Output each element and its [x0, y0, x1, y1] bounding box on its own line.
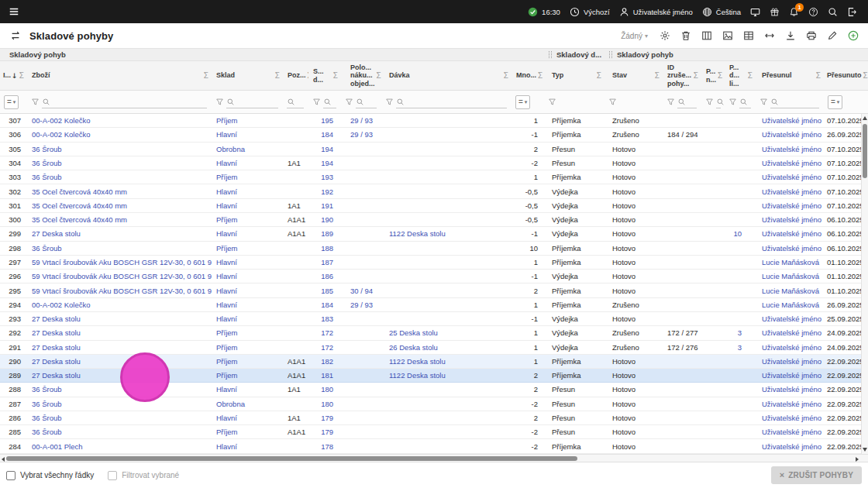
cell[interactable]: 172 [308, 341, 341, 354]
cell[interactable]: Uživatelské jméno [756, 242, 824, 255]
cell[interactable]: 186 [308, 270, 341, 283]
filter-funnel-icon[interactable] [548, 98, 556, 106]
sum-icon[interactable]: Σ [375, 71, 381, 80]
sum-icon[interactable]: Σ [595, 71, 601, 80]
settings-icon[interactable] [660, 30, 670, 41]
table-row[interactable]: 29127 Deska stoluPříjem17226 Deska stolu… [0, 341, 868, 355]
cell[interactable]: Lucie Maňásková [756, 298, 824, 311]
cell[interactable]: Uživatelské jméno [756, 312, 824, 325]
column-header[interactable]: P... d... li...Σ [725, 61, 756, 90]
column-chooser-icon[interactable] [701, 30, 712, 41]
table-row[interactable]: 30700-A-002 KolečkoPříjem19529 / 931Příj… [0, 114, 868, 128]
sum-icon[interactable]: Σ [716, 71, 722, 80]
vertical-scrollbar[interactable] [861, 114, 868, 454]
grid-view-icon[interactable] [743, 30, 754, 41]
cell[interactable]: 184 [308, 128, 341, 141]
table-row[interactable]: 28736 ŠroubObrobna180-2PřesunHotovoUživa… [0, 397, 868, 411]
cell[interactable]: 35 Ocel čtvercová 40x40 mm [27, 199, 212, 212]
cell[interactable]: Uživatelské jméno [756, 369, 824, 382]
cell[interactable]: Příjem [212, 425, 283, 438]
filter-funnel-icon[interactable] [608, 98, 617, 106]
cell[interactable]: Uživatelské jméno [756, 227, 824, 240]
column-header[interactable]: Poz...Σ [283, 61, 308, 90]
notifications-button[interactable]: 1 [789, 7, 799, 17]
group-header[interactable]: Skladový d... [544, 49, 604, 60]
cell[interactable]: 3 [725, 326, 756, 339]
cell[interactable]: Příjem [212, 213, 283, 226]
profile-selector[interactable]: Výchozí [570, 7, 610, 17]
cell[interactable]: 180 [308, 383, 341, 396]
column-header[interactable]: TypΣ [544, 61, 604, 90]
cell[interactable]: Lucie Maňásková [756, 284, 824, 297]
filter-funnel-icon[interactable] [666, 98, 675, 106]
table-row[interactable]: 30536 ŠroubObrobna1942PřesunHotovoUživat… [0, 143, 868, 156]
filter-funnel-icon[interactable] [705, 98, 714, 106]
table-row[interactable]: 28636 ŠroubHlavní1A11792PřesunHotovoUživ… [0, 411, 868, 425]
menu-icon[interactable] [8, 6, 20, 17]
cell[interactable]: Hlavní [212, 312, 283, 325]
table-row[interactable]: 29927 Deska stoluHlavníA1A11891122 Deska… [0, 227, 868, 241]
cell[interactable]: 29 / 93 [341, 298, 381, 311]
cell[interactable]: Příjem [212, 355, 283, 368]
cell[interactable]: 29 / 93 [341, 128, 381, 141]
cell[interactable]: 27 Deska stolu [27, 326, 212, 339]
filter-operator-dropdown[interactable]: =▾ [4, 95, 19, 109]
filter-search-input[interactable] [356, 95, 377, 108]
column-header[interactable]: ZbožíΣ [27, 61, 212, 90]
cell[interactable]: Uživatelské jméno [756, 425, 824, 438]
monitor-icon[interactable] [750, 7, 760, 17]
cell[interactable]: Uživatelské jméno [756, 397, 824, 411]
cell[interactable]: Příjem [212, 326, 283, 339]
filter-search-input[interactable] [323, 95, 336, 108]
cell[interactable]: 189 [308, 227, 341, 240]
filter-search-input[interactable] [739, 95, 751, 108]
user-menu[interactable]: Uživatelské jméno [619, 7, 693, 17]
cell[interactable]: Uživatelské jméno [756, 170, 824, 184]
cell[interactable]: 172 [308, 326, 341, 339]
filter-search-input[interactable] [226, 95, 278, 108]
sum-icon[interactable]: Σ [202, 71, 208, 80]
table-row[interactable]: 30436 ŠroubHlavní1A1194-2PřesunHotovoUži… [0, 156, 868, 170]
cell[interactable]: 179 [308, 411, 341, 424]
sum-icon[interactable]: Σ [502, 71, 508, 80]
scroll-up-icon[interactable] [863, 116, 867, 120]
table-row[interactable]: 29559 Vrtací šroubovák Aku BOSCH GSR 12V… [0, 284, 868, 297]
filter-funnel-icon[interactable] [728, 98, 737, 106]
help-icon[interactable] [808, 7, 818, 17]
cell[interactable]: 27 Deska stolu [27, 355, 212, 368]
fit-width-icon[interactable] [764, 30, 775, 41]
cell[interactable]: Hlavní [212, 439, 283, 452]
cell[interactable]: 188 [308, 242, 341, 255]
scroll-right-icon[interactable] [856, 457, 859, 462]
print-icon[interactable] [806, 30, 817, 41]
table-row[interactable]: 30135 Ocel čtvercová 40x40 mmHlavní1A119… [0, 199, 868, 213]
cell[interactable]: 25 Deska stolu [381, 326, 512, 339]
cell[interactable]: 194 [308, 156, 341, 170]
cell[interactable]: 1122 Deska stolu [381, 369, 512, 382]
filter-search-input[interactable] [396, 95, 507, 108]
cell[interactable]: Uživatelské jméno [756, 156, 824, 170]
cell[interactable]: 30 / 94 [341, 284, 381, 297]
sum-icon[interactable]: Σ [332, 71, 338, 80]
cell[interactable]: Hlavní [212, 270, 283, 283]
table-row[interactable]: 30035 Ocel čtvercová 40x40 mmPříjemA1A11… [0, 213, 868, 227]
column-header[interactable]: ID zruše... pohy...Σ [663, 61, 701, 90]
cancel-movements-button[interactable]: × ZRUŠIT POHYBY [771, 466, 862, 484]
cell[interactable]: 36 Šroub [27, 397, 212, 411]
cell[interactable]: Lucie Maňásková [756, 256, 824, 269]
filter-operator-dropdown[interactable]: =▾ [828, 95, 842, 109]
cell[interactable]: Hlavní [212, 284, 283, 297]
table-row[interactable]: 29836 ŠroubPříjem18810PříjemkaHotovoUživ… [0, 242, 868, 256]
cell[interactable]: Hlavní [212, 256, 283, 269]
column-header[interactable]: PřesunulΣ [756, 61, 824, 90]
table-row[interactable]: 30235 Ocel čtvercová 40x40 mmHlavní192-0… [0, 184, 868, 198]
table-row[interactable]: 29327 Deska stoluHlavní183-1VýdejkaHotov… [0, 312, 868, 326]
cell[interactable]: Příjem [212, 242, 283, 255]
cell[interactable]: Uživatelské jméno [756, 355, 824, 368]
export-image-icon[interactable] [722, 30, 733, 41]
cell[interactable]: Příjem [212, 369, 283, 382]
session-time[interactable]: 16:30 [528, 7, 560, 17]
filter-search-input[interactable] [716, 95, 721, 108]
download-icon[interactable] [785, 30, 796, 41]
cell[interactable]: 1122 Deska stolu [381, 355, 512, 368]
